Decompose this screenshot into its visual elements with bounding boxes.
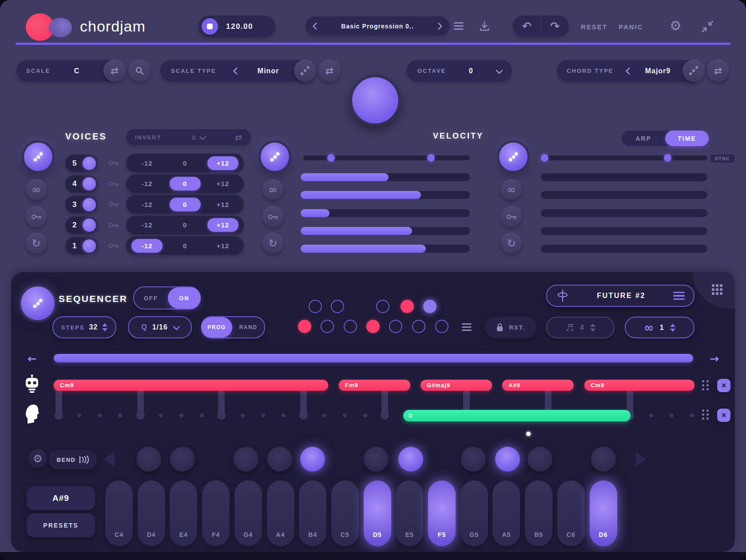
step-tick[interactable] <box>261 413 265 417</box>
velocity-bar-fill-1[interactable] <box>301 173 389 181</box>
octave-selector[interactable]: OCTAVE 0 <box>407 60 512 82</box>
voice-enabled-dot[interactable] <box>83 157 96 170</box>
time-bar-track-3[interactable] <box>541 209 707 217</box>
bend-knob-4[interactable] <box>267 447 292 472</box>
note-anchor-ring[interactable] <box>55 411 63 420</box>
rand-tab[interactable]: RAND <box>232 324 264 330</box>
key-E4[interactable]: E4 <box>170 481 197 546</box>
voice-octave-selector-2[interactable]: -120+12 <box>126 216 244 234</box>
download-icon[interactable] <box>479 20 490 32</box>
bend-knob-6[interactable] <box>364 447 389 472</box>
velocity-bar-track-5[interactable] <box>301 245 470 253</box>
voice-enabled-dot[interactable] <box>83 198 96 211</box>
seek-right-arrow[interactable]: → <box>710 352 719 365</box>
time-range-handle-max[interactable] <box>664 154 671 162</box>
key-B5[interactable]: B5 <box>525 481 552 546</box>
invert-dropdown-icon[interactable] <box>198 133 206 140</box>
voice-octave-selector-5[interactable]: -120+12 <box>126 154 244 172</box>
step-tick[interactable] <box>690 413 694 417</box>
key-E5[interactable]: E5 <box>396 481 423 546</box>
step-tick[interactable] <box>649 413 653 417</box>
step-dot-pink[interactable] <box>298 320 311 333</box>
bend-knob-8[interactable] <box>461 447 486 472</box>
time-bar-track-2[interactable] <box>541 191 707 199</box>
bend-mode-button[interactable]: BEND <box>49 450 97 469</box>
voice-enabled-dot[interactable] <box>83 239 96 253</box>
bpm-value[interactable]: 120.00 <box>226 22 253 31</box>
key-D5[interactable]: D5 <box>364 481 391 546</box>
velocity-range-handle-min[interactable] <box>327 154 335 162</box>
octave-option-+12[interactable]: +12 <box>207 239 238 253</box>
octave-option-0[interactable]: 0 <box>170 198 201 211</box>
step-tick[interactable] <box>179 413 183 417</box>
velocity-bar-fill-4[interactable] <box>301 227 412 235</box>
time-range-handle-min[interactable] <box>541 154 548 162</box>
chord-type-random-button[interactable] <box>683 60 705 82</box>
chord-block-5[interactable]: Cm9 <box>584 380 694 391</box>
time-cycle-button[interactable]: ↻ <box>501 233 522 254</box>
time-bar-track-4[interactable] <box>541 227 707 235</box>
key-A5[interactable]: A5 <box>492 481 520 546</box>
settings-gear-icon[interactable]: ⚙ <box>670 18 682 33</box>
voice-key-icon[interactable] <box>108 242 119 249</box>
note-lane-clear-button[interactable]: × <box>717 409 730 422</box>
voice-toggle-2[interactable]: 2 <box>65 217 98 234</box>
prog-rand-toggle[interactable]: PROG RAND <box>201 316 265 338</box>
chord-type-swap-button[interactable]: ⇄ <box>707 60 729 82</box>
velocity-bar-fill-3[interactable] <box>301 209 329 217</box>
power-on-label[interactable]: ON <box>168 287 201 309</box>
bend-next-triangle[interactable] <box>636 452 647 467</box>
step-tick[interactable] <box>77 413 81 417</box>
step-tick[interactable] <box>670 413 674 417</box>
key-C5[interactable]: C5 <box>331 481 359 546</box>
voice-toggle-4[interactable]: 4 <box>65 175 98 193</box>
bend-knob-11[interactable] <box>591 447 616 472</box>
preset-next-icon[interactable] <box>435 22 443 30</box>
human-lane-icon[interactable] <box>25 403 39 424</box>
step-options-menu-icon[interactable] <box>462 323 472 331</box>
redo-button[interactable]: ↷ <box>541 16 569 36</box>
time-lock-key-button[interactable] <box>501 206 522 227</box>
key-F5[interactable]: F5 <box>428 481 456 546</box>
seek-left-arrow[interactable]: ← <box>28 352 37 365</box>
bpm-control[interactable]: 120.00 <box>198 16 275 37</box>
octave-option--12[interactable]: -12 <box>131 239 163 253</box>
voice-octave-selector-4[interactable]: -120+12 <box>126 175 244 193</box>
preset-name[interactable]: Basic Progression 0.. <box>341 23 413 30</box>
key-F4[interactable]: F4 <box>202 481 230 546</box>
voice-toggle-5[interactable]: 5 <box>65 155 98 172</box>
note-anchor-ring[interactable] <box>217 411 226 420</box>
octave-option-+12[interactable]: +12 <box>207 198 238 211</box>
voice-toggle-1[interactable]: 1 <box>65 237 98 254</box>
key-B4[interactable]: B4 <box>299 481 326 546</box>
scale-type-swap-button[interactable]: ⇄ <box>318 60 341 82</box>
step-dot-outline[interactable] <box>412 320 425 333</box>
bend-knob-7[interactable] <box>398 447 423 472</box>
velocity-bar-fill-2[interactable] <box>301 191 421 199</box>
scale-type-selector[interactable]: SCALE TYPE Minor <box>160 60 313 82</box>
note-anchor-ring[interactable] <box>299 411 308 420</box>
velocity-bar-track-4[interactable] <box>301 227 470 235</box>
page-indicator-dot[interactable] <box>526 432 531 436</box>
sync-badge[interactable]: SYNC <box>710 155 734 163</box>
sequencer-power-toggle[interactable]: OFF ON <box>133 286 201 310</box>
step-tick[interactable] <box>282 413 286 417</box>
voice-key-icon[interactable] <box>108 222 119 228</box>
step-dot-outline[interactable] <box>331 300 344 313</box>
octave-option-+12[interactable]: +12 <box>207 156 238 170</box>
time-bar-track-1[interactable] <box>541 173 707 181</box>
velocity-random-knob[interactable] <box>258 140 291 173</box>
arp-time-toggle[interactable]: ARP TIME <box>622 131 709 146</box>
master-knob[interactable] <box>349 75 401 126</box>
bend-knob-9[interactable] <box>495 447 520 472</box>
step-dot-pink[interactable] <box>401 300 414 313</box>
steps-control[interactable]: STEPS 32 <box>52 316 116 338</box>
reset-steps-button[interactable]: RST. <box>485 317 536 338</box>
loop-count-control[interactable]: ∞ 1 <box>625 317 694 338</box>
key-G5[interactable]: G5 <box>460 481 488 546</box>
step-dot-pink[interactable] <box>366 320 380 333</box>
octave-option--12[interactable]: -12 <box>131 156 163 170</box>
voices-lock-key-button[interactable] <box>26 206 47 227</box>
scale-type-random-button[interactable] <box>294 60 316 82</box>
time-tab[interactable]: TIME <box>665 131 709 146</box>
